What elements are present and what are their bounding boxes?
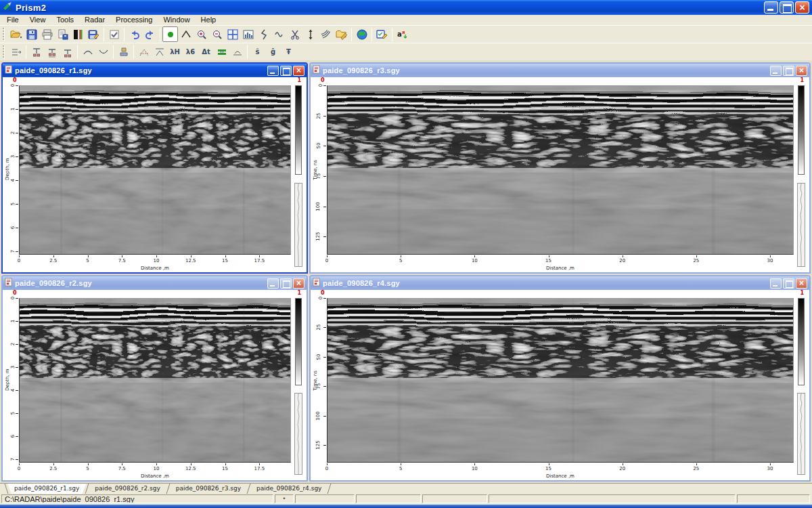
y-tick-mark <box>16 436 18 437</box>
main-titlebar[interactable]: Prism2 <box>0 0 812 15</box>
wavelet-icon[interactable] <box>271 26 287 42</box>
window-paide_090826_r3.sgy[interactable]: paide_090826_r3.sgy 0 1 Time, ns02550751… <box>309 62 811 274</box>
palette-icon[interactable] <box>70 26 86 42</box>
antenna-down-icon[interactable] <box>60 44 75 60</box>
tab-paide_090826_r2.sgy[interactable]: paide_090826_r2.sgy <box>88 484 166 494</box>
radargram-plot[interactable] <box>19 298 291 463</box>
tab-paide_090826_r4.sgy[interactable]: paide_090826_r4.sgy <box>250 484 328 494</box>
undo-icon[interactable] <box>127 26 142 42</box>
minimize-button[interactable] <box>267 66 279 76</box>
y-tick-mark <box>323 298 326 299</box>
checkbox-icon[interactable] <box>106 26 122 42</box>
peak-down-icon[interactable] <box>95 44 111 60</box>
x-tick-label: 20 <box>619 466 625 471</box>
tab-bar: paide_090826_r1.sgypaide_090826_r2.sgypa… <box>0 483 812 494</box>
restore-button[interactable] <box>780 1 794 14</box>
y-tick-mark <box>16 180 18 181</box>
radargram-plot[interactable] <box>327 85 794 255</box>
window-paide_090826_r4.sgy[interactable]: paide_090826_r4.sgy 0 1 Time, ns02550751… <box>309 275 811 482</box>
radargram-plot[interactable] <box>19 85 291 255</box>
minimize-button[interactable] <box>764 1 778 14</box>
status-panel <box>356 494 421 503</box>
gain-curve-panel[interactable] <box>797 183 805 267</box>
lambda-h-icon[interactable]: λH <box>167 44 183 60</box>
export-icon[interactable] <box>55 26 70 42</box>
tbar-peak-icon[interactable] <box>152 44 167 60</box>
globe-icon[interactable] <box>354 26 369 42</box>
toolbar-separator <box>133 45 134 59</box>
toolbar-grip[interactable] <box>3 45 5 59</box>
menu-tools[interactable]: Tools <box>51 15 79 25</box>
delta-t-icon[interactable]: Δt <box>198 44 214 60</box>
radargram-image <box>20 299 290 462</box>
minimize-button[interactable] <box>267 278 279 289</box>
menu-processing[interactable]: Processing <box>110 15 158 25</box>
folder-edit-icon[interactable] <box>334 26 349 42</box>
maximize-button[interactable] <box>280 278 292 289</box>
save-edit-icon[interactable] <box>86 26 102 42</box>
peak-up-icon[interactable] <box>80 44 95 60</box>
window-titlebar[interactable]: paide_090826_r2.sgy <box>3 276 307 290</box>
font-annotation-icon[interactable]: aя <box>394 26 410 42</box>
histogram-icon[interactable] <box>240 26 256 42</box>
lambda-g-icon[interactable]: λ6 <box>183 44 198 60</box>
close-button[interactable] <box>796 278 807 289</box>
x-tick-mark <box>623 255 623 257</box>
waves-icon[interactable] <box>318 26 334 42</box>
record-dot-icon[interactable] <box>162 26 178 42</box>
surface-align-icon[interactable] <box>229 44 245 60</box>
window-paide_090826_r2.sgy[interactable]: paide_090826_r2.sgy 0 1 Depth, m01234567 <box>1 275 308 482</box>
open-file-icon[interactable] <box>8 26 24 42</box>
save-icon[interactable] <box>24 26 39 42</box>
document-icon <box>5 277 13 289</box>
menu-radar[interactable]: Radar <box>79 15 110 25</box>
close-button[interactable] <box>293 278 304 289</box>
zigzag-icon[interactable] <box>256 26 271 42</box>
menu-window[interactable]: Window <box>158 15 195 25</box>
gain-curve-panel[interactable] <box>797 393 805 475</box>
print-icon[interactable] <box>39 26 55 42</box>
radargram-plot[interactable] <box>327 298 794 463</box>
auto-peak-icon[interactable] <box>136 44 152 60</box>
window-paide_090826_r1.sgy[interactable]: paide_090826_r1.sgy 0 1 Depth, m01234567 <box>1 62 308 274</box>
close-button[interactable] <box>293 66 304 76</box>
menu-view[interactable]: View <box>24 15 51 25</box>
redo-icon[interactable] <box>142 26 158 42</box>
prism2-application-window: Prism2 FileViewToolsRadarProcessingWindo… <box>0 0 812 508</box>
antenna-mid-icon[interactable] <box>44 44 60 60</box>
window-titlebar[interactable]: paide_090826_r1.sgy <box>3 64 307 77</box>
x-tick-label: 12.5 <box>185 258 196 263</box>
close-button[interactable] <box>795 1 809 14</box>
gain-curve-panel[interactable] <box>294 183 302 267</box>
trace-header-icon[interactable] <box>8 44 24 60</box>
tab-paide_090826_r3.sgy[interactable]: paide_090826_r3.sgy <box>169 484 248 494</box>
peak-trace-icon[interactable] <box>178 26 194 42</box>
menu-file[interactable]: File <box>1 15 24 25</box>
x-tick-mark <box>19 463 20 465</box>
maximize-button[interactable] <box>783 278 794 289</box>
g-hat-icon[interactable]: ĝ <box>265 44 281 60</box>
stamp-icon[interactable] <box>116 44 131 60</box>
t-hat-icon[interactable]: Ŧ <box>281 44 296 60</box>
close-button[interactable] <box>796 66 807 76</box>
window-titlebar[interactable]: paide_090826_r3.sgy <box>311 64 809 77</box>
zoom-in-icon[interactable] <box>194 26 209 42</box>
minimize-button[interactable] <box>770 278 782 289</box>
minimize-button[interactable] <box>770 66 782 76</box>
antenna-up-icon[interactable] <box>28 44 44 60</box>
layers-green-icon[interactable] <box>214 44 229 60</box>
tile-windows-icon[interactable] <box>225 26 240 42</box>
maximize-button[interactable] <box>783 66 794 76</box>
tab-paide_090826_r1.sgy[interactable]: paide_090826_r1.sgy <box>7 484 86 494</box>
toolbar-grip[interactable] <box>3 28 5 41</box>
s-hat-icon[interactable]: ŝ <box>250 44 265 60</box>
window-titlebar[interactable]: paide_090826_r4.sgy <box>311 276 809 290</box>
gain-curve-panel[interactable] <box>294 393 302 475</box>
x-tick-mark <box>549 463 549 465</box>
scissors-icon[interactable] <box>287 26 302 42</box>
zoom-out-icon[interactable] <box>209 26 225 42</box>
menu-help[interactable]: Help <box>196 15 222 25</box>
maximize-button[interactable] <box>280 66 292 76</box>
vertical-resize-icon[interactable] <box>302 26 318 42</box>
window-edit-icon[interactable] <box>374 26 390 42</box>
